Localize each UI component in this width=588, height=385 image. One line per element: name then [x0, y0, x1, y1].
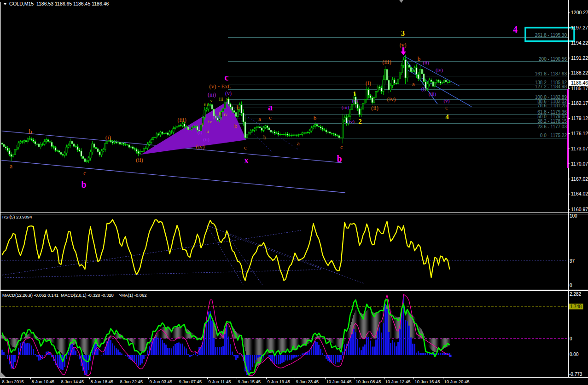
svg-text:4: 4 — [445, 113, 449, 121]
svg-text:1188.22: 1188.22 — [571, 70, 588, 75]
svg-text:200 - 1190.56: 200 - 1190.56 — [539, 57, 567, 62]
svg-text:c: c — [445, 104, 448, 111]
svg-text:(i): (i) — [421, 86, 426, 92]
svg-text:8 Jun 14:45: 8 Jun 14:45 — [61, 379, 84, 384]
svg-text:b: b — [81, 179, 86, 190]
svg-text:a: a — [258, 115, 261, 122]
svg-text:(iii): (iii) — [429, 91, 437, 97]
svg-text:8 Jun 22:45: 8 Jun 22:45 — [120, 379, 143, 384]
svg-text:1191.22: 1191.22 — [571, 55, 588, 61]
svg-text:9 Jun 07:45: 9 Jun 07:45 — [179, 379, 202, 384]
svg-text:(iii): (iii) — [177, 116, 186, 123]
svg-text:1: 1 — [353, 90, 356, 98]
svg-text:ii: ii — [206, 128, 209, 134]
svg-text:10 Jun 20:45: 10 Jun 20:45 — [444, 379, 470, 384]
svg-text:c: c — [269, 114, 272, 121]
svg-text:23.6 - 1177.03: 23.6 - 1177.03 — [537, 124, 567, 129]
svg-text:b: b — [237, 104, 240, 111]
svg-text:b: b — [337, 154, 342, 164]
svg-text:37: 37 — [570, 259, 575, 264]
svg-text:a: a — [297, 140, 300, 147]
svg-text:iv: iv — [224, 111, 228, 117]
svg-text:1176.12: 1176.12 — [571, 131, 588, 136]
svg-text:c: c — [225, 72, 229, 82]
svg-text:c: c — [83, 170, 86, 177]
svg-text:(iv): (iv) — [213, 114, 220, 120]
svg-text:0: 0 — [570, 283, 572, 288]
svg-text:c: c — [244, 144, 247, 151]
svg-text:2: 2 — [358, 118, 362, 125]
svg-text:10 Jun 12:45: 10 Jun 12:45 — [385, 379, 411, 384]
svg-text:10 Jun 08:45: 10 Jun 08:45 — [356, 379, 381, 384]
svg-text:x: x — [244, 155, 249, 165]
svg-text:b: b — [263, 134, 267, 141]
svg-text:(v): (v) — [444, 98, 450, 104]
svg-text:1173.07: 1173.07 — [571, 146, 588, 151]
svg-text:a: a — [10, 163, 13, 170]
svg-text:9 Jun 11:45: 9 Jun 11:45 — [209, 379, 231, 384]
svg-text:(iii): (iii) — [382, 58, 391, 65]
svg-text:1170.07: 1170.07 — [571, 161, 588, 167]
svg-text:0.0 - 1175.22: 0.0 - 1175.22 — [540, 133, 567, 138]
svg-text:38.2 - 1178.15: 38.2 - 1178.15 — [537, 119, 567, 124]
svg-text:8 Jun 10:45: 8 Jun 10:45 — [32, 379, 55, 384]
svg-text:a: a — [412, 80, 415, 87]
svg-text:iii: iii — [204, 102, 208, 107]
svg-text:(v) - Ext.: (v) - Ext. — [209, 83, 231, 90]
svg-text:1194.22: 1194.22 — [571, 40, 588, 46]
svg-text:(v): (v) — [399, 41, 406, 48]
svg-text:(ii): (ii) — [423, 60, 429, 66]
svg-text:(i): (i) — [366, 80, 371, 86]
svg-text:1185.17: 1185.17 — [571, 86, 588, 91]
svg-text:9 Jun 15:45: 9 Jun 15:45 — [238, 379, 261, 384]
svg-text:(iv): (iv) — [347, 119, 355, 125]
svg-text:2.282: 2.282 — [570, 292, 581, 297]
svg-text:(iv): (iv) — [436, 67, 443, 73]
svg-text:0: 0 — [570, 336, 572, 341]
svg-text:261.8 - 1195.30: 261.8 - 1195.30 — [535, 33, 567, 38]
svg-text:8 Jun 18:45: 8 Jun 18:45 — [91, 379, 114, 384]
svg-text:b: b — [314, 115, 317, 121]
svg-text:1197.27: 1197.27 — [571, 25, 588, 30]
svg-text:(iv): (iv) — [196, 143, 205, 150]
svg-text:a: a — [268, 102, 273, 112]
svg-text:1160.97: 1160.97 — [571, 207, 588, 212]
svg-text:10 Jun 04:45: 10 Jun 04:45 — [326, 379, 352, 384]
svg-text:iv: iv — [208, 119, 212, 124]
svg-text:iii: iii — [219, 96, 223, 102]
svg-text:9 Jun 19:45: 9 Jun 19:45 — [268, 379, 291, 384]
svg-text:9 Jun 23:45: 9 Jun 23:45 — [296, 379, 319, 384]
svg-text:0.00: 0.00 — [570, 352, 579, 357]
svg-text:MACD(12,26,9) -0.062 0.141 MA: MACD(12,26,9) -0.062 0.141 MACD(2,8,1) -… — [2, 293, 147, 298]
svg-text:b: b — [234, 122, 238, 129]
svg-text:3: 3 — [401, 29, 405, 37]
svg-text:(iii): (iii) — [208, 92, 216, 98]
svg-text:9 Jun 03:45: 9 Jun 03:45 — [150, 379, 173, 384]
svg-text:1164.02: 1164.02 — [571, 191, 588, 196]
svg-text:1179.12: 1179.12 — [571, 115, 588, 121]
svg-text:v: v — [210, 98, 213, 103]
svg-text:127.2 - 1184.98: 127.2 - 1184.98 — [535, 84, 567, 89]
svg-text:1.748: 1.748 — [570, 304, 582, 309]
svg-text:8 Jun 2015: 8 Jun 2015 — [2, 379, 24, 384]
svg-text:GOLD,M15 1186.53 1186.65 1186: GOLD,M15 1186.53 1186.65 1186.45 1186.46 — [9, 1, 109, 6]
svg-text:(i): (i) — [105, 134, 111, 141]
svg-text:(ii): (ii) — [136, 156, 143, 163]
svg-text:c: c — [340, 144, 343, 150]
svg-text:78.6 - 1181.25: 78.6 - 1181.25 — [537, 103, 567, 108]
svg-text:(v): (v) — [225, 90, 232, 97]
svg-text:b: b — [418, 55, 421, 62]
svg-text:(iii): (iii) — [342, 104, 349, 110]
svg-text:RSI(5) 23.9094: RSI(5) 23.9094 — [2, 214, 32, 219]
svg-text:b: b — [29, 128, 32, 135]
svg-text:(v): (v) — [352, 98, 358, 104]
svg-text:i: i — [201, 122, 203, 127]
svg-text:4: 4 — [513, 24, 518, 34]
svg-text:10 Jun 16:45: 10 Jun 16:45 — [415, 379, 440, 384]
svg-text:1200.27: 1200.27 — [571, 10, 588, 15]
svg-text:(ii): (ii) — [371, 104, 378, 111]
svg-text:1182.17: 1182.17 — [571, 100, 588, 106]
svg-text:(i): (i) — [198, 129, 203, 135]
svg-text:(iv): (iv) — [387, 96, 396, 103]
svg-text:1186.46: 1186.46 — [571, 80, 588, 86]
